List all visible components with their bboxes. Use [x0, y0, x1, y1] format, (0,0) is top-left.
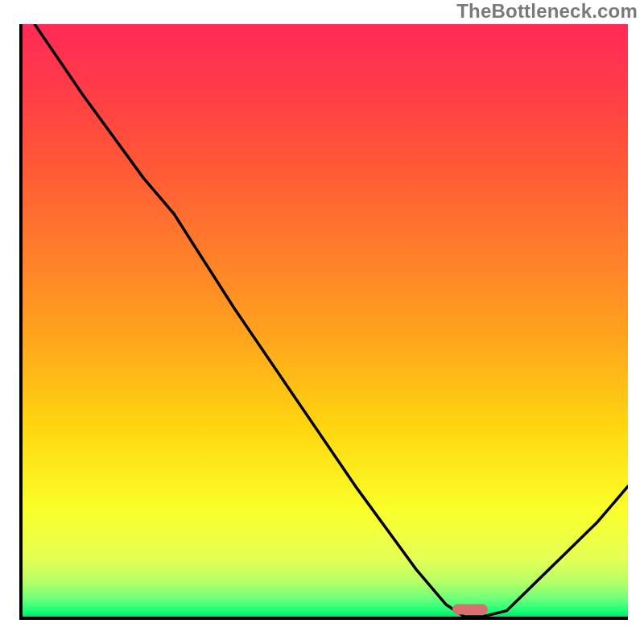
watermark-text: TheBottleneck.com — [456, 0, 638, 23]
bottleneck-curve — [23, 24, 628, 617]
bottleneck-chart: TheBottleneck.com — [0, 0, 644, 644]
plot-area — [19, 24, 628, 620]
optimum-marker — [452, 605, 488, 615]
